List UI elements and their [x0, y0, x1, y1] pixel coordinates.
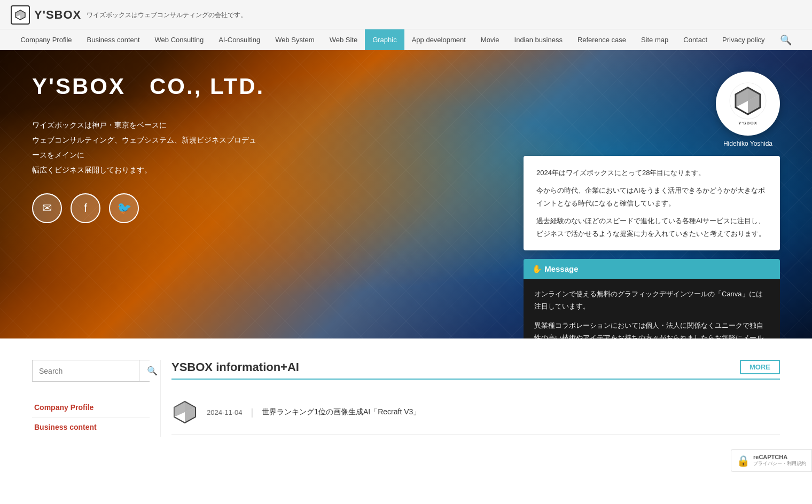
profile-name: Hidehiko Yoshida [723, 140, 772, 147]
intro-message-box: 2024年はワイズボックスにとって28年目になります。 今からの時代、企業におい… [524, 156, 780, 250]
nav-item-company-profile[interactable]: Company Profile [13, 29, 79, 50]
recaptcha-badge: 🔒 reCAPTCHA プライバシー・利用規約 [731, 449, 812, 458]
sidebar-nav: Company Profile Business content [32, 398, 150, 437]
cube-svg [14, 9, 26, 21]
hero-description: ワイズボックスは神戸・東京をベースに ウェブコンサルティング、ウェブシステム、新… [32, 117, 256, 177]
logo-text: Y'SBOX [34, 8, 81, 22]
news-item: 2024-11-04 | 世界ランキング1位の画像生成AI「Recraft V3… [171, 390, 780, 435]
recaptcha-icon: 🔒 [737, 454, 750, 459]
intro-text-3: 過去経験のないほどのスピードで進化している各種AIサービスに注目し、ビジネスで活… [536, 215, 767, 240]
intro-text-2: 今からの時代、企業においてはAIをうまく活用できるかどうかが大きなポイントとなる… [536, 184, 767, 209]
news-logo-svg [171, 399, 198, 426]
nav-item-indian-business[interactable]: Indian business [507, 29, 570, 50]
info-header: YSBOX information+AI MORE [171, 360, 780, 380]
profile-card: Y'SBOX Y'SBOX [716, 72, 780, 136]
news-icon [171, 399, 198, 426]
message-section: ✋ Message オンラインで使える無料のグラフィックデザインツールの「Can… [524, 259, 780, 338]
message-header: ✋ Message [524, 259, 780, 279]
nav-item-web-site[interactable]: Web Site [322, 29, 365, 50]
sidebar-item-business-content[interactable]: Business content [32, 418, 150, 437]
message-body: オンラインで使える無料のグラフィックデザインツールの「Canva」には注目してい… [524, 279, 780, 338]
message-p1: オンラインで使える無料のグラフィックデザインツールの「Canva」には注目してい… [534, 288, 769, 313]
hero-right-panel: Y'SBOX Y'SBOX Hidehiko Yoshida 2024年はワイズ… [524, 72, 780, 338]
nav-item-web-system[interactable]: Web System [268, 29, 322, 50]
message-p2: 異業種コラボレーションにおいては個人・法人に関係なくユニークで独自性の高い技術や… [534, 319, 769, 338]
nav-item-app-development[interactable]: App development [404, 29, 473, 50]
main-area: YSBOX information+AI MORE 2024-11-04 | 世… [160, 360, 812, 437]
main-content: 🔍 Company Profile Business content YSBOX… [0, 338, 812, 458]
nav-item-ai-consulting[interactable]: AI-Consulting [211, 29, 268, 50]
svg-marker-13 [174, 401, 185, 417]
site-logo[interactable]: Y'SBOX [11, 5, 81, 25]
search-box: 🔍 [32, 360, 150, 382]
news-date: 2024-11-04 [207, 408, 243, 416]
email-icon[interactable]: ✉ [32, 193, 62, 223]
hero-section: Y'SBOX CO., LTD. ワイズボックスは神戸・東京をベースに ウェブコ… [0, 50, 812, 338]
logo-icon [11, 5, 30, 25]
profile-logo-svg: Y'SBOX [729, 82, 767, 120]
nav-item-business-content[interactable]: Business content [80, 29, 147, 50]
intro-text-1: 2024年はワイズボックスにとって28年目になります。 [536, 167, 767, 179]
recaptcha-label: reCAPTCHA [753, 454, 806, 458]
facebook-icon[interactable]: f [71, 193, 100, 223]
sidebar: 🔍 Company Profile Business content [0, 360, 160, 437]
info-title: YSBOX information+AI [171, 360, 299, 374]
nav-item-site-map[interactable]: Site map [634, 29, 676, 50]
nav-item-movie[interactable]: Movie [473, 29, 507, 50]
nav-item-web-consulting[interactable]: Web Consulting [147, 29, 212, 50]
more-button[interactable]: MORE [740, 360, 780, 374]
site-tagline: ワイズボックスはウェブコンサルティングの会社です。 [87, 11, 247, 20]
main-nav: Company Profile Business content Web Con… [0, 29, 812, 50]
search-input[interactable] [33, 360, 139, 381]
nav-item-graphic[interactable]: Graphic [365, 29, 404, 50]
nav-item-privacy-policy[interactable]: Privacy policy [715, 29, 772, 50]
nav-item-contact[interactable]: Contact [676, 29, 715, 50]
news-text: 世界ランキング1位の画像生成AI「Recraft V3」 [262, 407, 420, 417]
nav-search-icon[interactable]: 🔍 [772, 34, 799, 46]
twitter-icon[interactable]: 🐦 [109, 193, 139, 223]
nav-item-reference-case[interactable]: Reference case [570, 29, 634, 50]
sidebar-item-company-profile[interactable]: Company Profile [32, 398, 150, 418]
